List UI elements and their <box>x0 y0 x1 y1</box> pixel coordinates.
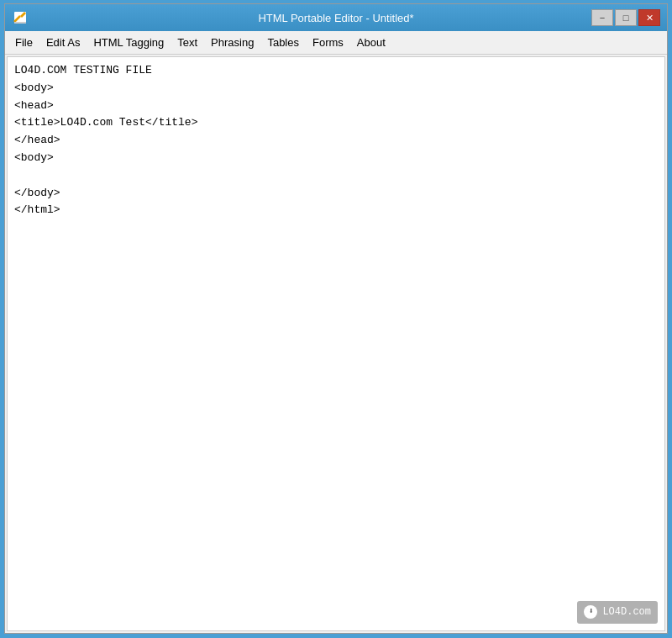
watermark-icon: ⬇ <box>584 605 597 619</box>
window-controls: − □ ✕ <box>591 9 660 26</box>
editor-content-area[interactable]: LO4D.COM TESTING FILE <body> <head> <tit… <box>7 56 665 631</box>
maximize-button[interactable]: □ <box>615 9 637 26</box>
menu-about[interactable]: About <box>350 33 392 52</box>
menu-text[interactable]: Text <box>171 33 204 52</box>
app-icon <box>12 9 29 26</box>
app-window: HTML Portable Editor - Untitled* − □ ✕ F… <box>4 3 668 634</box>
menu-phrasing[interactable]: Phrasing <box>204 33 260 52</box>
menu-html-tagging[interactable]: HTML Tagging <box>87 33 171 52</box>
watermark: ⬇ LO4D.com <box>577 601 658 624</box>
watermark-text: LO4D.com <box>602 604 651 620</box>
menu-file[interactable]: File <box>8 33 39 52</box>
title-bar: HTML Portable Editor - Untitled* − □ ✕ <box>5 4 667 31</box>
window-title: HTML Portable Editor - Untitled* <box>258 12 413 24</box>
close-button[interactable]: ✕ <box>638 9 660 26</box>
minimize-button[interactable]: − <box>591 9 613 26</box>
menu-forms[interactable]: Forms <box>306 33 350 52</box>
svg-rect-3 <box>14 22 26 24</box>
title-bar-left <box>12 9 29 26</box>
menu-edit-as[interactable]: Edit As <box>39 33 87 52</box>
menu-bar: File Edit As HTML Tagging Text Phrasing … <box>5 31 667 55</box>
menu-tables[interactable]: Tables <box>260 33 306 52</box>
